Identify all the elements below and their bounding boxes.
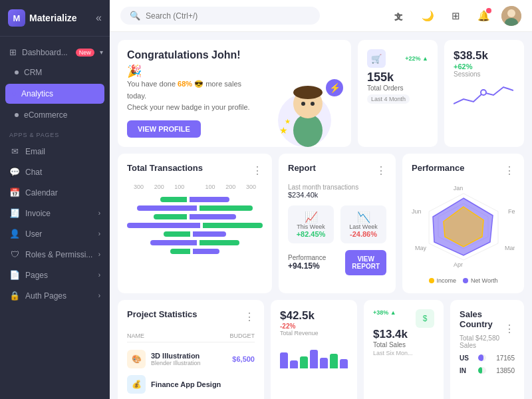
celebration-emoji: 🎉 — [127, 65, 142, 78]
svg-point-6 — [293, 86, 323, 99]
project-stats-card: Project Statistics ⋮ NAME BUDGET 🎨 3D Il… — [118, 300, 264, 399]
country-bar-bg — [478, 354, 486, 361]
sessions-label: Sessions — [454, 70, 515, 78]
sidebar-collapse-icon[interactable]: « — [96, 12, 102, 24]
user-avatar[interactable] — [501, 6, 521, 26]
chevron-right-icon: › — [98, 271, 100, 279]
report-card: Report ⋮ Last month transactions $234.40… — [279, 154, 396, 293]
project-row: 💰 Finance App Design — [127, 372, 255, 397]
sidebar-item-auth[interactable]: 🔒 Auth Pages › — [0, 285, 110, 306]
sidebar-item-label: Invoice — [25, 209, 51, 218]
chat-icon: 💬 — [9, 167, 20, 177]
sales-country-menu-icon[interactable]: ⋮ — [504, 323, 515, 335]
project-icon: 🎨 — [127, 350, 146, 368]
sidebar-item-label: Roles & Permissi... — [25, 250, 92, 259]
grid-icon[interactable]: ⊞ — [446, 6, 466, 26]
translate-icon[interactable]: 文 — [390, 6, 410, 26]
radar-chart: Jan Feb Mar Apr May Jun — [412, 184, 515, 270]
sidebar-item-label: CRM — [24, 68, 42, 77]
sidebar-item-ecommerce[interactable]: eCommerce — [0, 105, 110, 125]
svg-point-11 — [481, 90, 486, 95]
transactions-title: Total Transactions — [127, 163, 203, 173]
user-icon: 👤 — [9, 229, 20, 239]
logo-text: Materialize — [29, 13, 77, 23]
performance-card: Performance ⋮ Jan Feb Mar Apr May Jun — [402, 154, 524, 293]
sidebar-item-label: Auth Pages — [25, 291, 66, 301]
performance-value: +94.15% — [288, 261, 326, 271]
search-icon: 🔍 — [130, 11, 140, 21]
project-stats-title: Project Statistics — [127, 309, 198, 319]
bottom-row: Project Statistics ⋮ NAME BUDGET 🎨 3D Il… — [118, 300, 524, 399]
nav-dot — [15, 113, 19, 117]
project-menu-icon[interactable]: ⋮ — [244, 311, 255, 323]
notification-icon[interactable]: 🔔 — [473, 6, 493, 26]
sidebar-item-label: eCommerce — [24, 110, 67, 120]
sales-icon-box: $ — [416, 309, 434, 328]
sales-country-card: Sales Country Total $42,580 Sales ⋮ US 1… — [450, 300, 524, 399]
search-bar[interactable]: 🔍 — [120, 7, 320, 25]
report-bottom: Performance +94.15% VIEWREPORT — [288, 250, 386, 275]
project-row: 🎨 3D Illustration Blender Illustration $… — [127, 346, 255, 372]
transactions-menu-icon[interactable]: ⋮ — [252, 164, 263, 177]
topbar-icons: 文 🌙 ⊞ 🔔 — [390, 6, 521, 26]
sidebar-item-chat[interactable]: 💬 Chat — [0, 162, 110, 182]
sales-value: $13.4k — [373, 328, 434, 341]
project-sub: Blender Illustration — [151, 360, 201, 366]
svg-text:Apr: Apr — [454, 261, 463, 268]
charts-row: Total Transactions ⋮ 300200100100200300 — [118, 154, 524, 293]
report-amount: $234.40k — [288, 191, 386, 199]
sidebar-item-user[interactable]: 👤 User › — [0, 223, 110, 244]
dashboard: Congratulations John! 🎉 You have done 68… — [110, 32, 532, 399]
lightning-icon: ⚡ — [326, 79, 343, 96]
shield-icon: 🛡 — [9, 249, 20, 259]
svg-point-8 — [311, 102, 315, 106]
sidebar-item-pages[interactable]: 📄 Pages › — [0, 265, 110, 285]
chevron-down-icon: ▾ — [100, 49, 103, 56]
orders-period: Last 4 Month — [367, 94, 410, 104]
sales-label: Total Sales — [373, 341, 434, 348]
chevron-right-icon: › — [98, 209, 100, 217]
calendar-icon: 📅 — [9, 188, 20, 198]
svg-text:Jan: Jan — [454, 185, 464, 192]
sidebar-item-invoice[interactable]: 🧾 Invoice › — [0, 203, 110, 223]
sales-country-title: Sales Country — [460, 309, 504, 329]
view-profile-button[interactable]: VIEW PROFILE — [127, 120, 201, 138]
svg-text:文: 文 — [395, 12, 402, 20]
welcome-title: Congratulations John! — [127, 49, 250, 61]
sidebar-item-analytics[interactable]: Analytics — [5, 84, 104, 104]
dashboard-icon: ⊞ — [9, 47, 17, 57]
this-week-stat: 📈 This Week +82.45% — [288, 205, 334, 243]
sidebar-item-email[interactable]: ✉ Email — [0, 141, 110, 162]
dark-mode-icon[interactable]: 🌙 — [418, 6, 438, 26]
welcome-card: Congratulations John! 🎉 You have done 68… — [118, 40, 351, 147]
revenue-pct: -22% — [280, 323, 348, 330]
search-input[interactable] — [146, 11, 311, 21]
sidebar-item-roles[interactable]: 🛡 Roles & Permissi... › — [0, 244, 110, 265]
main-content: 🔍 文 🌙 ⊞ 🔔 Congratul — [110, 0, 532, 399]
sidebar-item-label: Pages — [25, 271, 48, 280]
sidebar-item-calendar[interactable]: 📅 Calendar — [0, 182, 110, 203]
country-bar — [478, 367, 482, 374]
invoice-icon: 🧾 — [9, 208, 20, 218]
total-orders-card: 🛒 +22% ▲ 155k Total Orders Last 4 Month — [358, 40, 438, 147]
view-report-button[interactable]: VIEWREPORT — [345, 250, 386, 275]
revenue-value: $42.5k — [280, 309, 348, 323]
performance-menu-icon[interactable]: ⋮ — [504, 164, 515, 177]
report-subtitle: Last month transactions — [288, 184, 386, 191]
report-menu-icon[interactable]: ⋮ — [376, 164, 386, 177]
sessions-value: $38.5k — [454, 49, 515, 63]
performance-label: Performance — [288, 254, 326, 261]
sidebar: M Materialize « ⊞ Dashboard... New ▾ CRM… — [0, 0, 110, 399]
sales-country-subtitle: Total $42,580 Sales — [460, 334, 504, 349]
svg-text:May: May — [415, 245, 427, 251]
new-badge: New — [76, 49, 94, 57]
project-budget: $6,500 — [232, 355, 255, 363]
axis-labels: 300200100100200300 — [127, 184, 263, 190]
sales-badge: +38% ▲ — [373, 309, 396, 316]
chevron-right-icon: › — [98, 230, 100, 237]
logo-icon: M — [8, 9, 25, 27]
illustration: ★ ★ ⚡ — [278, 74, 338, 147]
orders-icon-box: 🛒 — [367, 49, 386, 68]
sidebar-item-crm[interactable]: CRM — [0, 63, 110, 82]
sidebar-item-dashboard[interactable]: ⊞ Dashboard... New ▾ — [0, 42, 110, 63]
